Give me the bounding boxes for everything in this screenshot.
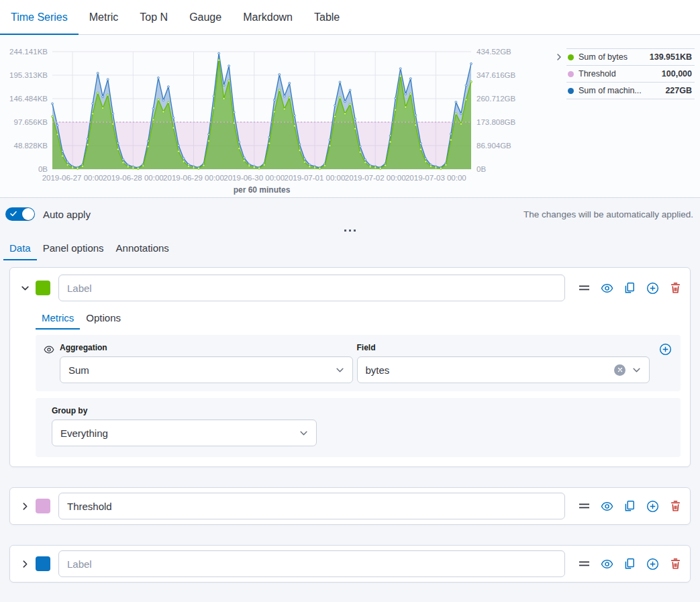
plus-circle-icon: [646, 500, 659, 513]
clone-series-button[interactable]: [623, 557, 636, 570]
collapse-series-button[interactable]: [18, 281, 32, 295]
drag-handle-icon[interactable]: [577, 281, 591, 295]
svg-text:146.484KB: 146.484KB: [9, 95, 48, 103]
add-series-button[interactable]: [646, 557, 659, 570]
svg-text:86.904GB: 86.904GB: [477, 142, 511, 150]
series-color-swatch[interactable]: [36, 281, 50, 295]
toggle-visibility-button[interactable]: [600, 281, 613, 295]
svg-text:347.616GB: 347.616GB: [477, 71, 516, 79]
tab-panel-options[interactable]: Panel options: [37, 237, 110, 260]
chevron-down-icon: [632, 366, 641, 374]
aggregation-select[interactable]: Sum: [60, 356, 353, 383]
metric-visibility-icon: [44, 344, 54, 355]
clear-field-button[interactable]: [614, 364, 626, 376]
svg-text:2019-07-02 00:00: 2019-07-02 00:00: [345, 174, 406, 182]
svg-text:0B: 0B: [38, 165, 48, 173]
close-icon: [617, 367, 623, 372]
delete-series-button[interactable]: [668, 557, 682, 570]
series-card-2: [9, 487, 691, 525]
auto-apply-toggle[interactable]: [5, 207, 35, 221]
chevron-down-icon: [299, 429, 308, 438]
svg-text:434.52GB: 434.52GB: [477, 48, 511, 56]
svg-text:97.656KB: 97.656KB: [13, 118, 48, 126]
chevron-right-icon: [21, 502, 30, 511]
expand-series-button[interactable]: [18, 499, 32, 513]
chevron-right-icon: [21, 560, 30, 568]
svg-text:2019-06-28 00:00: 2019-06-28 00:00: [103, 174, 164, 182]
series-label-input[interactable]: [58, 493, 565, 519]
field-combobox[interactable]: bytes: [357, 356, 650, 383]
chevron-down-icon: [336, 366, 344, 374]
group-by-label: Group by: [52, 406, 670, 415]
legend-collapse-button[interactable]: [552, 50, 566, 64]
tab-gauge[interactable]: Gauge: [179, 0, 232, 34]
timeseries-chart-svg: 0B0B48.828KB86.904GB97.656KB173.808GB146…: [0, 38, 552, 197]
legend-item-sum-of-machine-ram[interactable]: Sum of machin... 227GB: [566, 82, 695, 99]
chevron-right-icon: [555, 53, 563, 61]
metric-block: Aggregation Sum Field bytes: [36, 335, 681, 391]
series-card-3: [9, 545, 691, 583]
tab-table[interactable]: Table: [303, 0, 350, 34]
group-by-select[interactable]: Everything: [52, 419, 317, 446]
drag-handle-icon[interactable]: [577, 557, 591, 570]
add-series-button[interactable]: [646, 281, 659, 295]
drag-handle-icon[interactable]: [577, 499, 591, 513]
legend-item-threshold[interactable]: Threshold 100,000: [566, 65, 695, 82]
clone-series-button[interactable]: [623, 281, 636, 295]
svg-text:173.808GB: 173.808GB: [477, 118, 516, 126]
svg-text:48.828KB: 48.828KB: [13, 142, 48, 150]
svg-text:2019-06-27 00:00: 2019-06-27 00:00: [42, 174, 103, 182]
vis-type-tabs: Time Series Metric Top N Gauge Markdown …: [0, 0, 700, 35]
tab-annotations[interactable]: Annotations: [110, 237, 175, 260]
series-label-input[interactable]: [58, 550, 565, 577]
add-metric-button[interactable]: [658, 343, 672, 356]
tab-time-series[interactable]: Time Series: [0, 0, 79, 34]
delete-series-button[interactable]: [668, 499, 682, 513]
series-label-input[interactable]: [58, 274, 565, 301]
trash-icon: [670, 558, 681, 570]
tab-metric[interactable]: Metric: [79, 0, 130, 34]
auto-apply-hint: The changes will be automatically applie…: [523, 209, 693, 219]
tab-options[interactable]: Options: [80, 308, 127, 330]
series-color-dot: [568, 88, 574, 94]
toggle-visibility-button[interactable]: [600, 499, 613, 513]
svg-text:per 60 minutes: per 60 minutes: [234, 185, 291, 195]
expand-series-button[interactable]: [18, 557, 32, 570]
legend-item-sum-of-bytes[interactable]: Sum of bytes 139.951KB: [566, 48, 695, 65]
chevron-down-icon: [21, 284, 30, 293]
svg-text:2019-06-30 00:00: 2019-06-30 00:00: [223, 174, 285, 182]
tab-top-n[interactable]: Top N: [129, 0, 179, 34]
editor-tabs: Data Panel options Annotations: [0, 237, 700, 260]
plus-circle-icon: [646, 282, 659, 295]
chart-section: 0B0B48.828KB86.904GB97.656KB173.808GB146…: [0, 35, 700, 198]
plus-circle-icon: [659, 343, 672, 356]
svg-text:195.313KB: 195.313KB: [9, 71, 48, 79]
svg-text:2019-07-03 00:00: 2019-07-03 00:00: [405, 174, 466, 182]
trash-icon: [670, 282, 681, 294]
svg-text:0B: 0B: [477, 165, 486, 173]
series-card-1: Metrics Options Aggregation Sum: [9, 267, 691, 467]
tab-metrics[interactable]: Metrics: [36, 308, 80, 330]
eye-icon: [44, 344, 54, 355]
series-color-swatch[interactable]: [36, 556, 50, 571]
tab-data[interactable]: Data: [3, 237, 37, 260]
check-icon: [10, 211, 17, 217]
toggle-visibility-button[interactable]: [600, 557, 613, 570]
plus-circle-icon: [646, 558, 659, 570]
clone-series-button[interactable]: [623, 499, 636, 513]
svg-text:244.141KB: 244.141KB: [9, 48, 48, 56]
auto-apply-row: Auto apply The changes will be automatic…: [0, 198, 700, 225]
eye-icon: [601, 500, 613, 513]
field-label: Field: [357, 343, 650, 352]
delete-series-button[interactable]: [668, 281, 682, 295]
series-color-swatch[interactable]: [36, 499, 50, 513]
tab-markdown[interactable]: Markdown: [232, 0, 303, 34]
copy-icon: [623, 500, 636, 512]
svg-text:2019-07-01 00:00: 2019-07-01 00:00: [285, 174, 346, 182]
panel-resize-handle[interactable]: [0, 225, 700, 236]
svg-text:260.712GB: 260.712GB: [477, 95, 516, 103]
eye-icon: [601, 282, 613, 295]
aggregation-label: Aggregation: [60, 343, 353, 352]
series-color-dot: [568, 54, 574, 60]
add-series-button[interactable]: [646, 499, 659, 513]
